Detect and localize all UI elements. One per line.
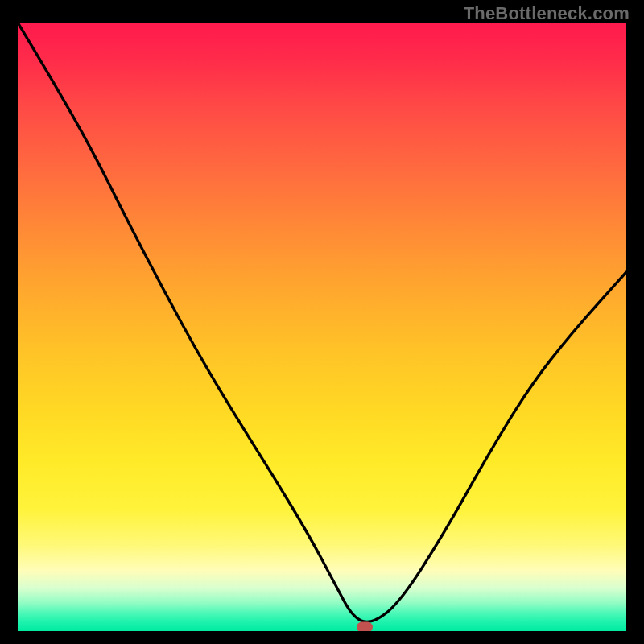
watermark-text: TheBottleneck.com: [464, 3, 630, 24]
curve-path: [18, 23, 626, 621]
plot-area: [18, 23, 626, 631]
chart-frame: TheBottleneck.com: [0, 0, 644, 644]
bottleneck-curve: [18, 23, 626, 631]
optimal-marker: [357, 622, 373, 631]
